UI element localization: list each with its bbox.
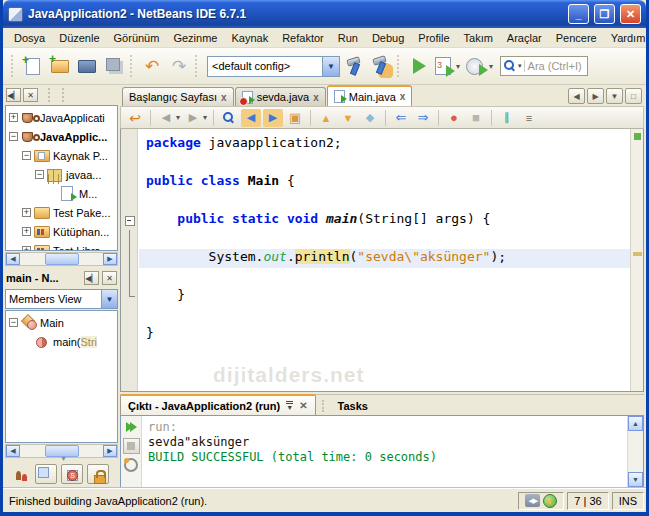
save-all-icon[interactable] <box>102 54 126 78</box>
dropdown-caret-icon[interactable]: ▾ <box>489 62 493 71</box>
inherited-members-filter-button[interactable] <box>9 464 31 484</box>
prev-bookmark-icon[interactable]: ▲ <box>316 109 336 127</box>
minimize-panel-icon[interactable]: ◀▏ <box>84 271 99 285</box>
chevron-down-icon[interactable]: ▼ <box>101 290 117 308</box>
projects-horizontal-scrollbar[interactable]: ◀ ▶ <box>5 252 118 266</box>
show-properties-filter-button[interactable] <box>87 464 109 484</box>
fold-start-icon[interactable] <box>121 211 139 230</box>
profile-icon[interactable] <box>464 54 488 78</box>
scroll-tabs-right-icon[interactable]: ▶ <box>587 88 604 104</box>
output-vertical-scrollbar[interactable]: ▲ ▼ <box>627 416 643 487</box>
close-panel-icon[interactable]: ✕ <box>102 271 117 285</box>
toggle-highlight-icon[interactable]: ▣ <box>285 109 305 127</box>
tab-close-icon[interactable]: x <box>313 92 319 103</box>
panel-grip[interactable] <box>62 88 66 102</box>
run-icon[interactable] <box>407 54 431 78</box>
output-close-icon[interactable]: ✕ <box>299 400 307 411</box>
tree-expander-icon[interactable]: + <box>22 246 31 251</box>
scroll-up-icon[interactable]: ▲ <box>628 416 643 431</box>
error-stripe[interactable] <box>630 129 643 391</box>
record-macro-icon[interactable]: ● <box>444 109 464 127</box>
back-icon[interactable]: ◀ <box>156 109 176 127</box>
project-item-javaa[interactable]: −javaa... <box>6 165 117 184</box>
maximize-button[interactable]: ❐ <box>594 4 615 24</box>
show-static-filter-button[interactable] <box>61 464 83 484</box>
menu-item-kaynak[interactable]: Kaynak <box>224 30 275 46</box>
undo-icon[interactable]: ↶ <box>140 54 164 78</box>
maximize-editor-icon[interactable]: □ <box>625 88 642 104</box>
tree-expander-icon[interactable]: + <box>22 208 31 217</box>
stop-macro-icon[interactable]: ■ <box>466 109 486 127</box>
chevron-down-icon[interactable]: ▼ <box>322 57 339 76</box>
project-item-k-t-phan[interactable]: +Kütüphan... <box>6 222 117 241</box>
tree-expander-icon[interactable]: − <box>22 151 31 160</box>
update-center-icon[interactable] <box>543 494 557 508</box>
output-settings-icon[interactable] <box>123 457 140 473</box>
tab-list-dropdown-icon[interactable]: ▼ <box>606 88 623 104</box>
quick-search-input[interactable]: ▾ Ara (Ctrl+I) <box>500 56 588 76</box>
dropdown-caret-icon[interactable]: ▾ <box>203 113 207 122</box>
code-editor[interactable]: package javaapplication2;public class Ma… <box>120 129 644 392</box>
tab-baslangic-sayfasi[interactable]: Başlangıç Sayfası x <box>122 87 234 106</box>
toolbar-grip[interactable] <box>130 55 136 77</box>
scroll-left-icon[interactable]: ◀ <box>6 445 20 457</box>
forward-icon[interactable]: ▶ <box>183 109 203 127</box>
tab-tasks[interactable]: Tasks <box>331 396 375 415</box>
output-filter-dropdown-icon[interactable]: ▼ <box>286 401 293 410</box>
tab-sevda-java[interactable]: sevda.java x <box>235 87 326 106</box>
tree-expander-icon[interactable]: − <box>9 318 18 327</box>
tree-expander-icon[interactable]: + <box>9 113 18 122</box>
scroll-tabs-left-icon[interactable]: ◀ <box>568 88 585 104</box>
project-item-m[interactable]: M... <box>6 184 117 203</box>
rerun-icon[interactable] <box>123 419 140 435</box>
dropdown-caret-icon[interactable]: ▾ <box>176 113 180 122</box>
scrollbar-thumb[interactable] <box>45 253 79 265</box>
menu-item-run[interactable]: Run <box>331 30 365 46</box>
menu-item-debug[interactable]: Debug <box>365 30 411 46</box>
debug-icon[interactable] <box>431 54 455 78</box>
search-caret-icon[interactable]: ▾ <box>518 62 522 70</box>
menu-item-gezinme[interactable]: Gezinme <box>166 30 224 46</box>
comment-icon[interactable]: ∥ <box>497 109 517 127</box>
new-project-icon[interactable] <box>48 54 72 78</box>
menu-item-ara-lar[interactable]: Araçlar <box>500 30 549 46</box>
jump-last-edit-icon[interactable]: ↩ <box>125 109 145 127</box>
projects-tree[interactable]: +JavaApplicati−JavaApplic...−Kaynak P...… <box>5 105 118 251</box>
uncomment-icon[interactable]: ≡ <box>519 109 539 127</box>
menu-item-refaktor[interactable]: Refaktor <box>275 30 331 46</box>
tab-output-run[interactable]: Çıktı - JavaApplication2 (run) ▼ ✕ <box>120 394 316 415</box>
project-item-test-libra[interactable]: +Test Libra... <box>6 241 117 251</box>
find-next-icon[interactable]: ▶ <box>263 109 283 127</box>
scroll-right-icon[interactable]: ▶ <box>103 445 117 457</box>
new-file-icon[interactable] <box>21 54 45 78</box>
toolbar-grip[interactable] <box>11 55 17 77</box>
tree-expander-icon[interactable]: + <box>22 227 31 236</box>
project-item-test-pake[interactable]: +Test Pake... <box>6 203 117 222</box>
menu-item-tak-m[interactable]: Takım <box>457 30 500 46</box>
clean-build-icon[interactable] <box>369 54 393 78</box>
config-select[interactable]: <default config> ▼ <box>207 56 340 77</box>
open-project-icon[interactable] <box>75 54 99 78</box>
project-item-javaapplicati[interactable]: +JavaApplicati <box>6 108 117 127</box>
stop-icon[interactable] <box>123 438 140 454</box>
menu-item-g-r-n-m[interactable]: Görünüm <box>107 30 167 46</box>
navigator-view-select[interactable]: Members View ▼ <box>5 289 118 309</box>
scroll-left-icon[interactable]: ◀ <box>6 253 20 265</box>
project-item-kaynak-p[interactable]: −Kaynak P... <box>6 146 117 165</box>
tab-close-icon[interactable]: x <box>400 91 406 102</box>
tab-close-icon[interactable]: x <box>221 92 227 103</box>
tree-expander-icon[interactable]: − <box>9 132 18 141</box>
output-lines[interactable]: run:sevda"aksüngerBUILD SUCCESSFUL (tota… <box>142 416 627 487</box>
menu-item-d-zenle[interactable]: Düzenle <box>52 30 106 46</box>
show-fields-filter-button[interactable] <box>35 464 57 484</box>
find-selection-icon[interactable] <box>219 109 239 127</box>
tree-expander-icon[interactable]: − <box>35 170 44 179</box>
menu-item-dosya[interactable]: Dosya <box>7 30 52 46</box>
panel-grip[interactable] <box>48 88 52 102</box>
menu-item-profile[interactable]: Profile <box>411 30 456 46</box>
navigator-item-main[interactable]: −Main <box>6 313 117 332</box>
project-item-javaapplic[interactable]: −JavaApplic... <box>6 127 117 146</box>
toolbar-grip[interactable] <box>397 55 403 77</box>
scroll-right-icon[interactable]: ▶ <box>103 253 117 265</box>
scroll-down-icon[interactable]: ▼ <box>628 472 643 487</box>
